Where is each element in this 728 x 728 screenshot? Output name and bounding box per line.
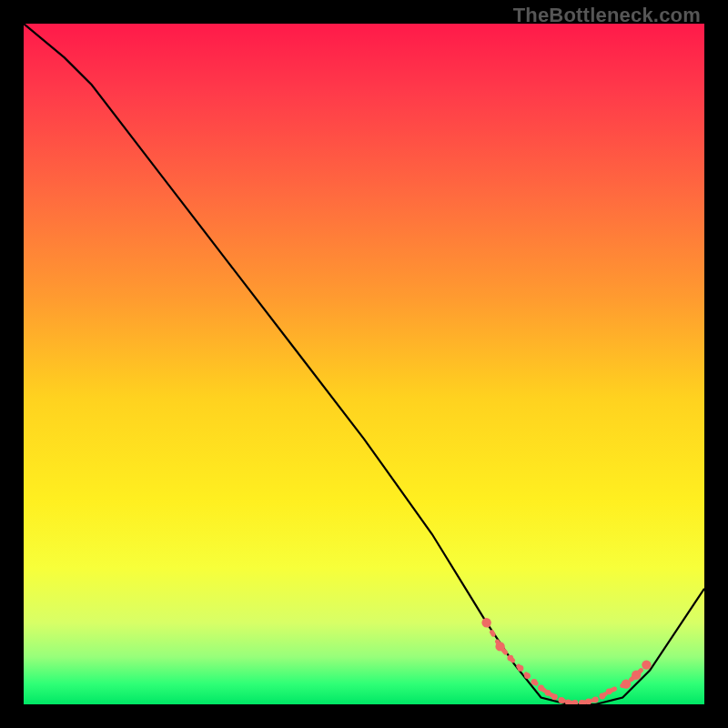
trough-dot bbox=[606, 688, 612, 694]
trough-dot bbox=[495, 642, 504, 651]
trough-dot bbox=[524, 672, 531, 679]
trough-dot bbox=[599, 693, 605, 700]
trough-dot bbox=[518, 665, 524, 672]
trough-dot bbox=[538, 685, 544, 692]
trough-dot bbox=[481, 618, 490, 627]
watermark-text: TheBottleneck.com bbox=[513, 4, 701, 27]
trough-dot bbox=[632, 671, 641, 680]
chart-frame bbox=[24, 24, 704, 704]
trough-dot bbox=[622, 679, 631, 688]
gradient-background bbox=[24, 24, 704, 704]
trough-dot bbox=[545, 690, 551, 696]
trough-dot bbox=[592, 696, 599, 703]
trough-dot bbox=[551, 693, 558, 700]
trough-dot bbox=[642, 660, 651, 669]
chart-svg bbox=[24, 24, 704, 704]
trough-dot bbox=[507, 655, 513, 662]
trough-dot bbox=[559, 697, 565, 703]
trough-dot bbox=[531, 679, 538, 685]
